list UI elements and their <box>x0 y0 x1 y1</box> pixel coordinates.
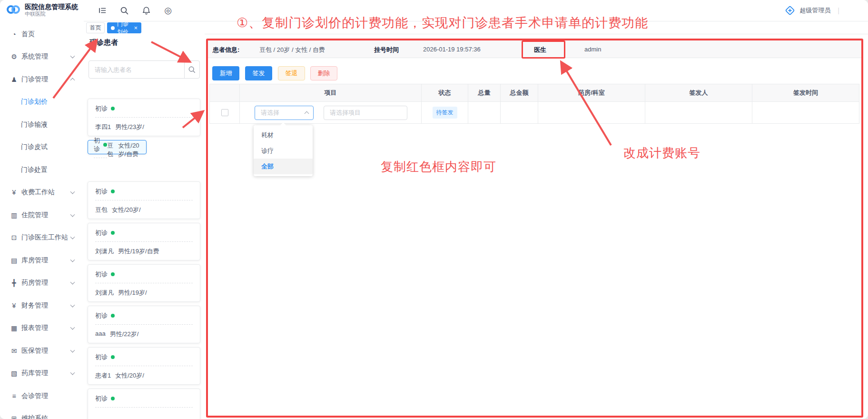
table-header-row: 项目 状态 总量 总金额 药房/科室 签发人 签发时间 <box>210 84 859 102</box>
registration-time-label: 挂号时间 <box>374 46 399 54</box>
patient-card-selected[interactable]: 初诊 豆包女性/20岁/自费 <box>88 140 147 154</box>
warehouse-icon: ▤ <box>10 257 18 264</box>
menu-fold-icon[interactable] <box>98 6 107 15</box>
sidebar-item-outpatient[interactable]: ♟ 门诊管理 <box>0 68 84 91</box>
registration-time-value: 2026-01-19 19:57:36 <box>423 46 481 53</box>
sidebar-item-system[interactable]: ⚙ 系统管理 <box>0 46 84 69</box>
status-badge: 待签发 <box>433 107 457 119</box>
patient-card[interactable]: 初诊 患者1女性/20岁/ <box>88 347 200 385</box>
column-total-qty: 总量 <box>468 84 501 102</box>
patient-search <box>89 60 200 79</box>
dropdown-option-treatment[interactable]: 诊疗 <box>254 143 313 159</box>
bar-chart-icon: ▥ <box>10 211 18 219</box>
top-header: 医院信息管理系统 中联医院 ◎ <box>0 0 868 21</box>
header-divider-line <box>84 21 868 21</box>
issue-button[interactable]: 签发 <box>245 66 272 80</box>
item-search-input[interactable] <box>324 106 407 120</box>
logo-icon <box>6 2 21 18</box>
sidebar-item-reports[interactable]: ▦ 报表管理 <box>0 317 84 340</box>
users-icon: ♟ <box>10 76 18 83</box>
sidebar-nav: ◔ 首页 ⚙ 系统管理 ♟ 门诊管理 门诊划价 门诊输液 门诊皮试 门诊处置 ¥… <box>0 21 84 419</box>
chevron-down-icon <box>70 190 75 194</box>
hospital-system-window: 医院信息管理系统 中联医院 ◎ <box>0 0 868 419</box>
sidebar-item-pharmacy[interactable]: ╋ 药房管理 <box>0 272 84 295</box>
status-dot <box>111 355 115 359</box>
annotation-note-account: 改成计费账号 <box>623 145 700 161</box>
tab-active-dot-icon <box>111 26 115 30</box>
status-dot <box>111 397 115 400</box>
sidebar-item-medical-insurance[interactable]: ✉ 医保管理 <box>0 339 84 362</box>
sidebar-item-warehouse[interactable]: ▤ 库房管理 <box>0 249 84 272</box>
sidebar-item-consultation[interactable]: ≡ 会诊管理 <box>0 385 84 408</box>
chevron-down-icon <box>70 325 75 330</box>
chevron-down-icon <box>70 212 75 217</box>
sidebar-item-doctor-station[interactable]: ⊡ 门诊医生工作站 <box>0 227 84 249</box>
chevron-down-icon <box>70 302 75 307</box>
sidebar-item-home[interactable]: ◔ 首页 <box>0 23 84 46</box>
monitor-icon: ⊡ <box>10 234 18 241</box>
dropdown-option-consumables[interactable]: 耗材 <box>254 127 313 143</box>
header-divider: | <box>838 7 839 14</box>
tab-home[interactable]: 首页 <box>86 22 105 33</box>
yen-icon: ¥ <box>10 302 18 309</box>
revoke-button[interactable]: 签退 <box>278 66 305 80</box>
patient-card[interactable]: 初诊 <box>88 389 200 419</box>
sidebar-item-outpatient-infusion[interactable]: 门诊输液 <box>0 113 84 136</box>
sidebar-item-outpatient-skintest[interactable]: 门诊皮试 <box>0 136 84 159</box>
patient-info-bar: 患者信息: 豆包 / 20岁 / 女性 / 自费 挂号时间 2026-01-19… <box>208 40 862 58</box>
delete-button[interactable]: 删除 <box>310 66 337 80</box>
patient-info-value: 豆包 / 20岁 / 女性 / 自费 <box>259 46 325 54</box>
patient-panel-title: 现诊患者 <box>89 38 118 47</box>
user-role-icon <box>785 5 795 16</box>
app-title: 医院信息管理系统 <box>25 3 78 10</box>
sidebar-item-maintenance[interactable]: ⊞ 维护系统 <box>0 408 84 419</box>
patient-card[interactable]: 初诊 李四1男性/23岁/ <box>88 99 200 136</box>
patient-card[interactable]: 初诊 豆包女性/20岁/ <box>88 181 200 219</box>
sidebar-item-outpatient-pricing[interactable]: 门诊划价 <box>0 91 84 114</box>
status-dot <box>111 190 115 193</box>
patient-card[interactable]: 初诊 aaa男性/22岁/ <box>88 306 200 343</box>
app-logo: 医院信息管理系统 中联医院 <box>6 2 78 18</box>
search-icon[interactable] <box>119 6 129 15</box>
dropdown-caret-icon <box>280 122 286 125</box>
dropdown-option-all[interactable]: 全部 <box>254 159 313 174</box>
tab-home-label: 首页 <box>90 24 101 32</box>
tab-close-icon[interactable]: × <box>134 25 138 31</box>
status-dot <box>111 231 115 235</box>
sidebar-item-drug-depot[interactable]: ▧ 药库管理 <box>0 362 84 385</box>
notification-bell-icon[interactable] <box>141 6 151 15</box>
status-dot <box>103 143 107 147</box>
chevron-down-icon <box>70 370 75 375</box>
chevron-up-icon <box>305 111 309 116</box>
tab-menzhen-huajia[interactable]: 门诊划价 × <box>107 22 141 33</box>
column-checkbox <box>210 84 240 102</box>
sidebar-item-outpatient-disposal[interactable]: 门诊处置 <box>0 159 84 181</box>
chevron-down-icon <box>70 54 75 59</box>
category-select[interactable]: 请选择 <box>255 106 314 120</box>
patient-card[interactable]: 初诊 刘潇凡男性/19岁/自费 <box>88 223 200 260</box>
aperture-icon[interactable]: ◎ <box>163 6 173 15</box>
column-total-amount: 总金额 <box>501 84 538 102</box>
sidebar-item-inpatient[interactable]: ▥ 住院管理 <box>0 204 84 227</box>
chevron-down-icon <box>70 235 75 239</box>
add-button[interactable]: 新增 <box>212 66 239 80</box>
hospital-name: 中联医院 <box>25 10 78 17</box>
row-checkbox[interactable] <box>221 109 228 116</box>
sidebar-item-charging-station[interactable]: ¥ 收费工作站 <box>0 181 84 204</box>
user-role-label[interactable]: 超级管理员 <box>799 6 830 15</box>
cross-icon: ╋ <box>10 279 18 287</box>
sidebar-item-finance[interactable]: ¥ 财务管理 <box>0 294 84 317</box>
drugstore-icon: ▧ <box>10 369 18 377</box>
status-dot <box>111 314 115 318</box>
status-dot <box>111 107 115 110</box>
maintenance-icon: ⊞ <box>10 415 18 419</box>
patient-search-button[interactable] <box>184 61 199 78</box>
column-pharmacy-dept: 药房/科室 <box>538 84 645 102</box>
patient-search-input[interactable] <box>89 61 184 78</box>
envelope-icon: ✉ <box>10 347 18 355</box>
chevron-up-icon <box>70 78 75 82</box>
patient-card[interactable]: 初诊 刘潇凡男性/19岁/ <box>88 264 200 302</box>
doctor-label: 医生 <box>534 46 546 54</box>
patient-panel: 现诊患者 初诊 李四1男性/23岁/ 初诊 豆包女性/20岁/自费 初诊 豆包女… <box>84 33 205 419</box>
billing-table: 项目 状态 总量 总金额 药房/科室 签发人 签发时间 请选择 <box>209 84 859 124</box>
